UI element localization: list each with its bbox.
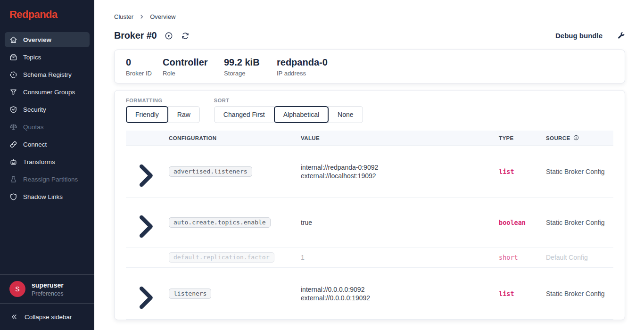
config-value-line: external://0.0.0.0:19092	[301, 294, 491, 302]
formatting-raw-button[interactable]: Raw	[168, 106, 200, 123]
sidebar-item-reassign-partitions[interactable]: Reassign Partitions	[5, 172, 90, 187]
formatting-friendly-button[interactable]: Friendly	[126, 106, 168, 123]
user-section[interactable]: S superuser Preferences	[0, 275, 94, 303]
sort-changed-first-button[interactable]: Changed First	[214, 106, 274, 123]
config-row-default-replication-factor[interactable]: default.replication.factor 1 short Defau…	[126, 248, 613, 268]
config-source: Static Broker Config	[546, 290, 605, 297]
redpanda-logo: Redpanda	[0, 0, 94, 32]
config-key-chip: auto.create.topics.enable	[169, 217, 271, 228]
play-circle-icon[interactable]	[165, 32, 173, 40]
sort-alphabetical-button[interactable]: Alphabetical	[274, 106, 329, 123]
user-name: superuser	[32, 281, 64, 289]
sidebar-item-label: Connect	[23, 141, 47, 148]
collapse-sidebar-label: Collapse sidebar	[25, 314, 72, 321]
stat-ip-address: redpanda-0 IP address	[277, 57, 328, 77]
config-type: list	[499, 168, 514, 175]
breadcrumb-cluster[interactable]: Cluster	[114, 13, 133, 20]
formatting-button-group: Friendly Raw	[126, 106, 200, 123]
stat-label: Storage	[224, 70, 277, 77]
sidebar-item-quotas[interactable]: Quotas	[5, 119, 90, 134]
broker-config-card: FORMATTING Friendly Raw SORT Changed Fir…	[114, 90, 625, 320]
page-title: Broker #0	[114, 30, 157, 41]
sidebar-item-label: Consumer Groups	[23, 89, 75, 96]
preferences-link[interactable]: Preferences	[32, 290, 64, 297]
config-value-line: internal://redpanda-0:9092	[301, 163, 491, 172]
formatting-label: FORMATTING	[126, 98, 200, 103]
title-row: Broker #0 Debug bundle	[114, 30, 625, 41]
config-value-line: internal://0.0.0.0:9092	[301, 285, 491, 294]
sidebar-item-shadow-links[interactable]: Shadow Links	[5, 189, 90, 204]
stat-label: Role	[163, 70, 224, 77]
sidebar-item-topics[interactable]: Topics	[5, 50, 90, 65]
sidebar-item-label: Shadow Links	[23, 193, 63, 200]
source-column-header: SOURCE	[542, 131, 613, 146]
sidebar-item-label: Transforms	[23, 158, 55, 165]
sort-control: SORT Changed First Alphabetical None	[214, 98, 363, 123]
config-value-line: true	[301, 218, 491, 227]
breadcrumb-overview[interactable]: Overview	[150, 13, 175, 20]
type-column-header: TYPE	[495, 131, 542, 146]
sidebar: Redpanda Overview Topics Schema Registry…	[0, 0, 94, 330]
collapse-sidebar-button[interactable]: Collapse sidebar	[0, 304, 94, 330]
scale-icon	[9, 123, 17, 131]
config-source: Default Config	[546, 254, 588, 261]
refresh-icon[interactable]	[181, 32, 190, 40]
config-row-log-dirs[interactable]: log.dirs /var/lib/redpanda/data string S…	[126, 320, 613, 321]
sidebar-item-security[interactable]: Security	[5, 102, 90, 117]
main-content: Cluster Overview Broker #0 Debug bundle …	[94, 0, 644, 330]
schema-registry-icon	[9, 71, 17, 79]
config-row-listeners[interactable]: listeners internal://0.0.0.0:9092externa…	[126, 268, 613, 320]
config-table-header: CONFIGURATION VALUE TYPE SOURCE	[126, 131, 613, 146]
stat-label: IP address	[277, 70, 328, 77]
info-icon[interactable]	[573, 135, 579, 140]
sidebar-spacer	[0, 204, 94, 274]
box-icon	[9, 53, 17, 61]
config-row-advertised-listeners[interactable]: advertised.listeners internal://redpanda…	[126, 146, 613, 198]
config-type: short	[499, 254, 518, 261]
sidebar-nav: Overview Topics Schema Registry Consumer…	[0, 32, 94, 204]
config-source: Static Broker Config	[546, 168, 605, 175]
sidebar-item-transforms[interactable]: Transforms	[5, 154, 90, 169]
expand-chevron-icon[interactable]	[130, 160, 161, 191]
broker-stats-card: 0 Broker ID Controller Role 99.2 kiB Sto…	[114, 50, 625, 83]
sidebar-item-label: Reassign Partitions	[23, 176, 78, 183]
config-key-chip: default.replication.factor	[169, 252, 274, 263]
config-row-auto-create-topics-enable[interactable]: auto.create.topics.enable true boolean S…	[126, 198, 613, 248]
expand-chevron-icon[interactable]	[130, 211, 161, 242]
config-value-line: 1	[301, 253, 491, 262]
sidebar-item-schema-registry[interactable]: Schema Registry	[5, 67, 90, 82]
debug-bundle-link[interactable]: Debug bundle	[555, 32, 603, 40]
home-icon	[9, 36, 17, 44]
expand-column-header	[126, 131, 165, 146]
breadcrumb: Cluster Overview	[114, 13, 625, 20]
stat-broker-id: 0 Broker ID	[126, 57, 163, 77]
avatar: S	[9, 281, 25, 297]
sidebar-item-consumer-groups[interactable]: Consumer Groups	[5, 84, 90, 99]
sidebar-item-label: Security	[23, 106, 46, 113]
formatting-control: FORMATTING Friendly Raw	[126, 98, 200, 123]
stat-value: 0	[126, 57, 163, 68]
stat-label: Broker ID	[126, 70, 163, 77]
link-icon	[9, 140, 17, 148]
funnel-icon	[9, 88, 17, 96]
sidebar-item-label: Schema Registry	[23, 71, 72, 78]
stat-value: redpanda-0	[277, 57, 328, 68]
config-value-line: external://localhost:19092	[301, 172, 491, 180]
config-type: boolean	[499, 219, 526, 226]
sidebar-item-connect[interactable]: Connect	[5, 137, 90, 152]
config-key-chip: advertised.listeners	[169, 166, 252, 177]
wrench-icon[interactable]	[617, 32, 625, 40]
config-controls: FORMATTING Friendly Raw SORT Changed Fir…	[126, 98, 613, 123]
sidebar-item-overview[interactable]: Overview	[5, 32, 90, 47]
expand-chevron-icon[interactable]	[130, 282, 161, 314]
chevron-right-icon	[139, 14, 144, 19]
stat-value: Controller	[163, 57, 224, 68]
sort-none-button[interactable]: None	[328, 106, 363, 123]
config-type: list	[499, 290, 514, 297]
shield-check-icon	[9, 106, 17, 114]
value-column-header: VALUE	[297, 131, 495, 146]
sort-label: SORT	[214, 98, 363, 103]
config-source: Static Broker Config	[546, 219, 605, 226]
sort-button-group: Changed First Alphabetical None	[214, 106, 363, 123]
double-chevron-left-icon	[10, 313, 18, 321]
